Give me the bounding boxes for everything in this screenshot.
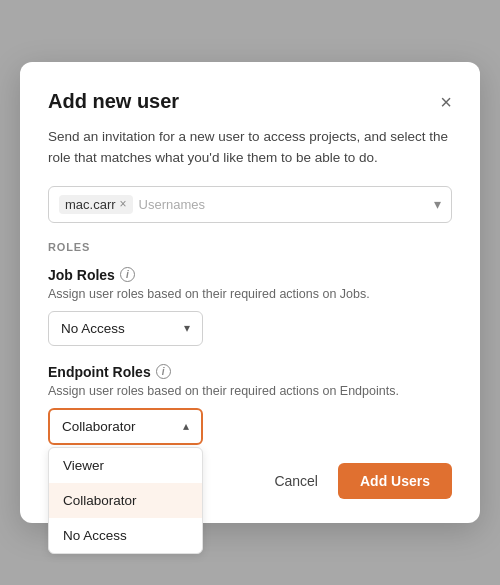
username-field[interactable]: mac.carr × Usernames ▾ (48, 186, 452, 223)
username-chevron-icon: ▾ (434, 196, 441, 212)
endpoint-roles-description: Assign user roles based on their require… (48, 384, 452, 398)
job-roles-selected-value: No Access (61, 321, 125, 336)
modal-header: Add new user × (48, 90, 452, 113)
cancel-button[interactable]: Cancel (270, 465, 322, 497)
endpoint-roles-title: Endpoint Roles (48, 364, 151, 380)
endpoint-roles-chevron-icon: ▴ (183, 419, 189, 433)
endpoint-roles-info-icon: i (156, 364, 171, 379)
job-roles-section: Job Roles i Assign user roles based on t… (48, 267, 452, 346)
close-button[interactable]: × (440, 92, 452, 112)
job-roles-select[interactable]: No Access ▾ (48, 311, 203, 346)
endpoint-roles-dropdown-wrapper: Collaborator ▴ Viewer Collaborator No Ac… (48, 408, 452, 445)
job-roles-title-row: Job Roles i (48, 267, 452, 283)
modal-overlay: Add new user × Send an invitation for a … (0, 0, 500, 585)
endpoint-roles-select[interactable]: Collaborator ▴ (48, 408, 203, 445)
endpoint-roles-option-collaborator[interactable]: Collaborator (49, 483, 202, 518)
endpoint-roles-section: Endpoint Roles i Assign user roles based… (48, 364, 452, 445)
job-roles-chevron-icon: ▾ (184, 321, 190, 335)
endpoint-roles-title-row: Endpoint Roles i (48, 364, 452, 380)
username-tag: mac.carr × (59, 195, 133, 214)
endpoint-roles-dropdown-menu: Viewer Collaborator No Access (48, 445, 203, 554)
modal-title: Add new user (48, 90, 179, 113)
username-placeholder: Usernames (139, 197, 428, 212)
username-tag-text: mac.carr (65, 197, 116, 212)
add-users-button[interactable]: Add Users (338, 463, 452, 499)
endpoint-roles-option-viewer[interactable]: Viewer (49, 448, 202, 483)
modal-dialog: Add new user × Send an invitation for a … (20, 62, 480, 523)
modal-description: Send an invitation for a new user to acc… (48, 127, 452, 168)
endpoint-roles-selected-value: Collaborator (62, 419, 136, 434)
job-roles-title: Job Roles (48, 267, 115, 283)
endpoint-roles-option-no-access[interactable]: No Access (49, 518, 202, 553)
job-roles-description: Assign user roles based on their require… (48, 287, 452, 301)
job-roles-info-icon: i (120, 267, 135, 282)
endpoint-roles-options: Viewer Collaborator No Access (48, 447, 203, 554)
roles-section-label: ROLES (48, 241, 452, 253)
username-tag-remove[interactable]: × (120, 197, 127, 211)
